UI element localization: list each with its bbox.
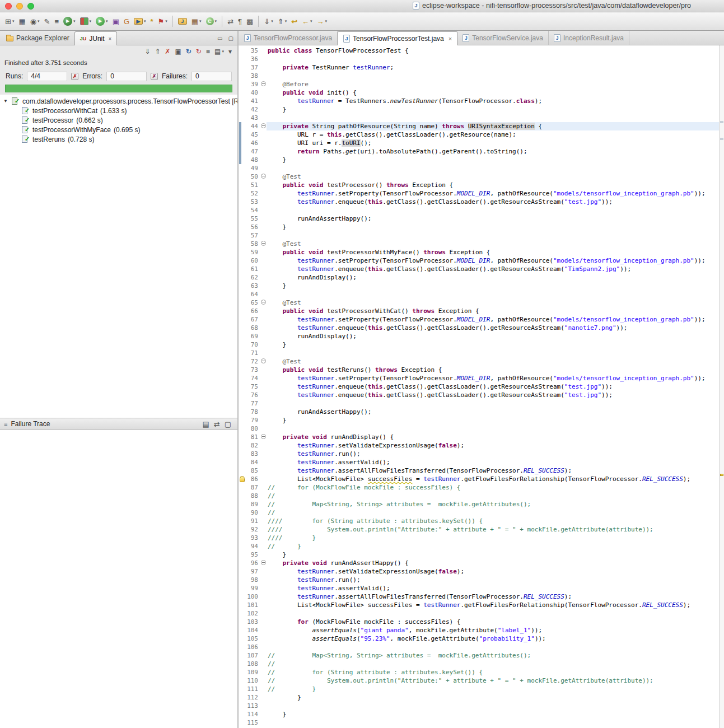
- line-number[interactable]: 54: [245, 206, 260, 214]
- code-line[interactable]: 110// System.out.println("Attribute:" + …: [239, 676, 724, 685]
- line-number[interactable]: 84: [245, 458, 260, 466]
- line-number[interactable]: 106: [245, 643, 260, 651]
- line-number[interactable]: 115: [245, 718, 260, 727]
- line-number[interactable]: 55: [245, 214, 260, 223]
- line-number[interactable]: 91: [245, 517, 260, 525]
- line-number[interactable]: 104: [245, 626, 260, 634]
- stop-test-run-button[interactable]: ■: [204, 46, 212, 57]
- code-line[interactable]: 53 testRunner.enqueue(this.getClass().ge…: [239, 198, 724, 206]
- line-number[interactable]: 40: [245, 88, 260, 97]
- fold-marker[interactable]: [260, 433, 267, 441]
- previous-annotation-button[interactable]: ⇑▾: [276, 15, 288, 28]
- code-line[interactable]: 96 private void runAndAssertHappy() {: [239, 559, 724, 567]
- editor-tab-tensorflowprocessortest-java[interactable]: JTensorFlowProcessorTest.java×: [338, 31, 457, 45]
- line-number[interactable]: 89: [245, 500, 260, 508]
- code-line[interactable]: 84 testRunner.assertValid();: [239, 458, 724, 466]
- code-line[interactable]: 43: [239, 114, 724, 122]
- external-tools-button[interactable]: ≡: [53, 15, 60, 28]
- overview-occurrence-marker[interactable]: [720, 138, 723, 140]
- line-number[interactable]: 59: [245, 248, 260, 256]
- line-number[interactable]: 83: [245, 450, 260, 458]
- line-number[interactable]: 96: [245, 559, 260, 567]
- editor-tab-tensorflowprocessor-java[interactable]: JTensorFlowProcessor.java: [239, 31, 338, 45]
- code-line[interactable]: 100 testRunner.assertAllFlowFilesTransfe…: [239, 592, 724, 601]
- annotate-button[interactable]: ✎: [43, 15, 52, 28]
- line-number[interactable]: 65: [245, 298, 260, 307]
- code-line[interactable]: 35public class TensorFlowProcessorTest {: [239, 46, 724, 55]
- line-number[interactable]: 39: [245, 80, 260, 88]
- code-line[interactable]: 98 testRunner.run();: [239, 576, 724, 584]
- test-row[interactable]: testReruns(0.728 s): [0, 134, 237, 144]
- line-number[interactable]: 68: [245, 324, 260, 332]
- code-line[interactable]: 108//: [239, 660, 724, 668]
- forward-button[interactable]: →▾: [315, 15, 329, 28]
- code-line[interactable]: 78 runAndAssertHappy();: [239, 408, 724, 416]
- line-number[interactable]: 48: [245, 156, 260, 164]
- line-number[interactable]: 105: [245, 634, 260, 643]
- line-number[interactable]: 111: [245, 685, 260, 693]
- line-number[interactable]: 79: [245, 416, 260, 424]
- code-line[interactable]: 64: [239, 290, 724, 298]
- test-suite-row[interactable]: ▼ com.dataflowdeveloper.processors.proce…: [0, 96, 237, 106]
- code-line[interactable]: 61 testRunner.enqueue(this.getClass().ge…: [239, 265, 724, 273]
- dropdown-caret-icon[interactable]: ▾: [165, 19, 167, 24]
- code-line[interactable]: 36: [239, 55, 724, 63]
- code-line[interactable]: 85 testRunner.assertAllFlowFilesTransfer…: [239, 466, 724, 475]
- code-line[interactable]: 86 List<MockFlowFile> successFiles = tes…: [239, 475, 724, 483]
- test-row[interactable]: testProcessorWithMyFace(0.695 s): [0, 125, 237, 134]
- run-button[interactable]: ▶▾: [94, 15, 110, 28]
- dropdown-caret-icon[interactable]: ▾: [38, 19, 40, 24]
- editor-tab-tensorflowservice-java[interactable]: JTensorFlowService.java: [457, 31, 549, 45]
- warning-icon[interactable]: [240, 476, 245, 482]
- code-line[interactable]: 62 runAndDisplay();: [239, 273, 724, 282]
- zoom-window-button[interactable]: [27, 3, 34, 10]
- code-line[interactable]: 83 testRunner.run();: [239, 450, 724, 458]
- new-java-project-button[interactable]: J: [176, 15, 189, 28]
- overview-occurrence-marker[interactable]: [720, 121, 723, 123]
- line-number[interactable]: 43: [245, 114, 260, 122]
- line-number[interactable]: 114: [245, 710, 260, 718]
- new-class-button[interactable]: C▾: [204, 15, 219, 28]
- line-number[interactable]: 109: [245, 668, 260, 676]
- code-line[interactable]: 107// Map<String, String> attributes = m…: [239, 651, 724, 660]
- show-whitespace-button[interactable]: ¶: [236, 15, 244, 28]
- line-number[interactable]: 46: [245, 139, 260, 147]
- line-number[interactable]: 101: [245, 601, 260, 609]
- line-number[interactable]: 41: [245, 97, 260, 105]
- line-number[interactable]: 70: [245, 340, 260, 349]
- line-number[interactable]: 62: [245, 273, 260, 282]
- code-line[interactable]: 37 private TestRunner testRunner;: [239, 63, 724, 72]
- line-number[interactable]: 103: [245, 618, 260, 626]
- new-package-button[interactable]: ▦▾: [190, 15, 203, 28]
- dropdown-caret-icon[interactable]: ▾: [215, 19, 217, 24]
- line-number[interactable]: 44: [245, 122, 260, 130]
- code-line[interactable]: 56 }: [239, 223, 724, 231]
- code-line[interactable]: 50 @Test: [239, 172, 724, 181]
- editor-tab-inceptionresult-java[interactable]: JInceptionResult.java: [549, 31, 629, 45]
- line-number[interactable]: 88: [245, 492, 260, 500]
- filter-stack-trace-button[interactable]: ▤: [201, 417, 211, 431]
- line-number[interactable]: 36: [245, 55, 260, 63]
- code-line[interactable]: 66 public void testProcessorWithCat() th…: [239, 307, 724, 315]
- fold-marker[interactable]: [260, 357, 267, 366]
- line-number[interactable]: 56: [245, 223, 260, 231]
- code-line[interactable]: 44 private String pathOfResource(String …: [239, 122, 724, 130]
- line-number[interactable]: 38: [245, 72, 260, 80]
- show-skipped-tests-button[interactable]: ▣: [173, 46, 183, 57]
- line-number[interactable]: 98: [245, 576, 260, 584]
- mark-flag-button[interactable]: ⚑▾: [156, 15, 169, 28]
- line-number[interactable]: 42: [245, 105, 260, 114]
- line-number[interactable]: 102: [245, 609, 260, 618]
- code-line[interactable]: 48 }: [239, 156, 724, 164]
- close-icon[interactable]: ×: [449, 35, 452, 42]
- code-line[interactable]: 79 }: [239, 416, 724, 424]
- maximize-view-icon[interactable]: ▢: [226, 35, 236, 45]
- code-line[interactable]: 87// for (MockFlowFile mockFile : succes…: [239, 483, 724, 492]
- code-line[interactable]: 41 testRunner = TestRunners.newTestRunne…: [239, 97, 724, 105]
- code-line[interactable]: 95 }: [239, 550, 724, 559]
- code-line[interactable]: 57: [239, 231, 724, 240]
- line-number[interactable]: 107: [245, 651, 260, 660]
- dropdown-caret-icon[interactable]: ▾: [106, 19, 108, 24]
- rerun-test-button[interactable]: ↻: [184, 46, 193, 57]
- code-line[interactable]: 89// Map<String, String> attributes = mo…: [239, 500, 724, 508]
